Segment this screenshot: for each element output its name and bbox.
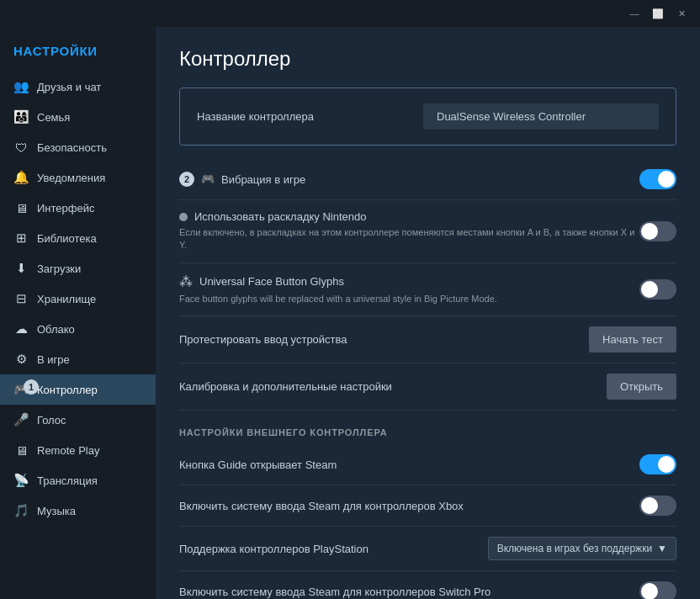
minimize-button[interactable]: — <box>623 4 646 23</box>
vibration-badge: 2 <box>179 172 194 187</box>
monitor-icon: 🖥 <box>13 200 29 215</box>
controller-name-label: Название контроллера <box>197 110 314 123</box>
sidebar-item-voice[interactable]: 🎤 Голос <box>0 405 156 435</box>
sidebar-item-cloud[interactable]: ☁ Облако <box>0 314 156 344</box>
sidebar-item-label: В игре <box>37 353 70 366</box>
download-icon: ⬇ <box>13 261 29 276</box>
vibration-label: Вибрация в игре <box>221 173 305 186</box>
nintendo-toggle[interactable] <box>639 221 676 241</box>
sidebar-item-label: Загрузки <box>37 262 81 275</box>
start-test-button[interactable]: Начать тест <box>589 326 676 353</box>
setting-left-facebutton: ⁂ Universal Face Button Glyphs Face butt… <box>179 273 639 305</box>
toggle-knob <box>641 497 658 514</box>
cloud-icon: ☁ <box>13 321 29 337</box>
sidebar-item-label: Друзья и чат <box>37 81 101 93</box>
toggle-knob <box>658 456 675 473</box>
family-icon: 👨‍👩‍👧 <box>13 109 29 125</box>
sidebar-item-label: Трансляция <box>37 474 98 487</box>
sidebar-item-family[interactable]: 👨‍👩‍👧 Семья <box>0 102 156 132</box>
sidebar-item-label: Голос <box>37 414 66 427</box>
sidebar-item-remoteplay[interactable]: 🖥 Remote Play <box>0 435 156 465</box>
sidebar-item-label: Контроллер <box>37 384 98 396</box>
setting-row-guide: Кнопка Guide открывает Steam <box>179 444 676 485</box>
bell-icon: 🔔 <box>13 170 29 185</box>
page-title: Контроллер <box>179 47 676 71</box>
playstation-dropdown[interactable]: Включена в играх без поддержки ▼ <box>488 537 676 560</box>
sidebar-title: НАСТРОЙКИ <box>0 37 156 72</box>
facebutton-label: Universal Face Button Glyphs <box>199 275 344 288</box>
sidebar-item-security[interactable]: 🛡 Безопасность <box>0 132 156 162</box>
calibration-label: Калибровка и дополнительные настройки <box>179 380 392 393</box>
close-button[interactable]: ✕ <box>670 4 693 23</box>
nintendo-label: Использовать раскладку Nintendo <box>194 210 366 223</box>
restore-button[interactable]: ⬜ <box>646 4 670 23</box>
controller-name-box: Название контроллера DualSense Wireless … <box>179 87 676 146</box>
main-content: Контроллер Название контроллера DualSens… <box>156 27 700 599</box>
vibration-toggle[interactable] <box>639 169 676 189</box>
external-section-header: НАСТРОЙКИ ВНЕШНЕГО КОНТРОЛЛЕРА <box>179 427 676 437</box>
setting-row-calibration: Калибровка и дополнительные настройки От… <box>179 363 676 411</box>
testinput-label: Протестировать ввод устройства <box>179 333 347 346</box>
library-icon: ⊞ <box>13 231 29 246</box>
facebutton-icon: ⁂ <box>179 273 193 289</box>
chevron-down-icon: ▼ <box>657 543 667 554</box>
mic-icon: 🎤 <box>13 412 29 427</box>
toggle-knob <box>641 281 658 298</box>
gamepad-icon: 🎮 <box>201 172 215 186</box>
setting-row-nintendo: Использовать раскладку Nintendo Если вкл… <box>179 200 676 263</box>
nintendo-desc: Если включено, в раскладках на этом конт… <box>179 226 639 252</box>
sidebar-item-music[interactable]: 🎵 Музыка <box>0 496 156 526</box>
sidebar-item-interface[interactable]: 🖥 Интерфейс <box>0 193 156 223</box>
sidebar-item-label: Семья <box>37 111 70 124</box>
open-calibration-button[interactable]: Открыть <box>607 374 676 400</box>
toggle-knob <box>641 223 658 240</box>
switchpro-label: Включить систему ввода Steam для контрол… <box>179 586 491 598</box>
sidebar-item-controller[interactable]: 🎮 Контроллер 1 <box>0 374 156 405</box>
guide-toggle[interactable] <box>639 454 676 474</box>
gear-icon: ⚙ <box>13 352 29 367</box>
guide-label: Кнопка Guide открывает Steam <box>179 459 337 471</box>
setting-row-playstation: Поддержка контроллеров PlayStation Включ… <box>179 527 676 571</box>
setting-row-xbox: Включить систему ввода Steam для контрол… <box>179 485 676 527</box>
toggle-knob <box>641 583 658 599</box>
toggle-knob <box>658 171 675 188</box>
playstation-label: Поддержка контроллеров PlayStation <box>179 543 369 555</box>
friends-icon: 👥 <box>13 79 29 94</box>
shield-icon: 🛡 <box>13 140 29 155</box>
sidebar-item-ingame[interactable]: ⚙ В игре <box>0 344 156 374</box>
sidebar-item-friends[interactable]: 👥 Друзья и чат <box>0 72 156 102</box>
sidebar-item-label: Библиотека <box>37 232 97 245</box>
setting-label-facebutton: ⁂ Universal Face Button Glyphs <box>179 273 639 289</box>
sidebar-item-label: Хранилище <box>37 293 96 305</box>
sidebar-item-storage[interactable]: ⊟ Хранилище <box>0 284 156 314</box>
remoteplay-icon: 🖥 <box>13 443 29 458</box>
setting-left-vibration: 2 🎮 Вибрация в игре <box>179 172 639 187</box>
facebutton-desc: Face button glyphs will be replaced with… <box>179 293 639 305</box>
sidebar-item-label: Облако <box>37 323 75 336</box>
sidebar-item-broadcast[interactable]: 📡 Трансляция <box>0 465 156 496</box>
sidebar-item-label: Уведомления <box>37 172 105 184</box>
sidebar-item-label: Музыка <box>37 505 76 517</box>
controller-name-value: DualSense Wireless Controller <box>423 103 659 130</box>
dot-icon-nintendo <box>179 213 188 221</box>
sidebar-item-label: Интерфейс <box>37 202 94 215</box>
broadcast-icon: 📡 <box>13 473 29 488</box>
sidebar-item-label: Безопасность <box>37 141 107 154</box>
setting-row-facebutton: ⁂ Universal Face Button Glyphs Face butt… <box>179 263 676 316</box>
facebutton-toggle[interactable] <box>639 279 676 300</box>
sidebar-item-downloads[interactable]: ⬇ Загрузки <box>0 253 156 284</box>
setting-row-vibration: 2 🎮 Вибрация в игре <box>179 159 676 200</box>
setting-label-nintendo: Использовать раскладку Nintendo <box>179 210 639 223</box>
switchpro-toggle[interactable] <box>639 581 676 599</box>
sidebar-item-library[interactable]: ⊞ Библиотека <box>0 223 156 253</box>
setting-label-vibration: 2 🎮 Вибрация в игре <box>179 172 639 187</box>
xbox-label: Включить систему ввода Steam для контрол… <box>179 500 464 512</box>
playstation-dropdown-value: Включена в играх без поддержки <box>497 543 652 554</box>
sidebar-item-notifications[interactable]: 🔔 Уведомления <box>0 162 156 193</box>
app-body: НАСТРОЙКИ 👥 Друзья и чат 👨‍👩‍👧 Семья 🛡 Б… <box>0 27 700 599</box>
xbox-toggle[interactable] <box>639 496 676 516</box>
titlebar: — ⬜ ✕ <box>0 0 700 27</box>
setting-left-nintendo: Использовать раскладку Nintendo Если вкл… <box>179 210 639 252</box>
sidebar: НАСТРОЙКИ 👥 Друзья и чат 👨‍👩‍👧 Семья 🛡 Б… <box>0 27 156 599</box>
music-icon: 🎵 <box>13 503 29 518</box>
